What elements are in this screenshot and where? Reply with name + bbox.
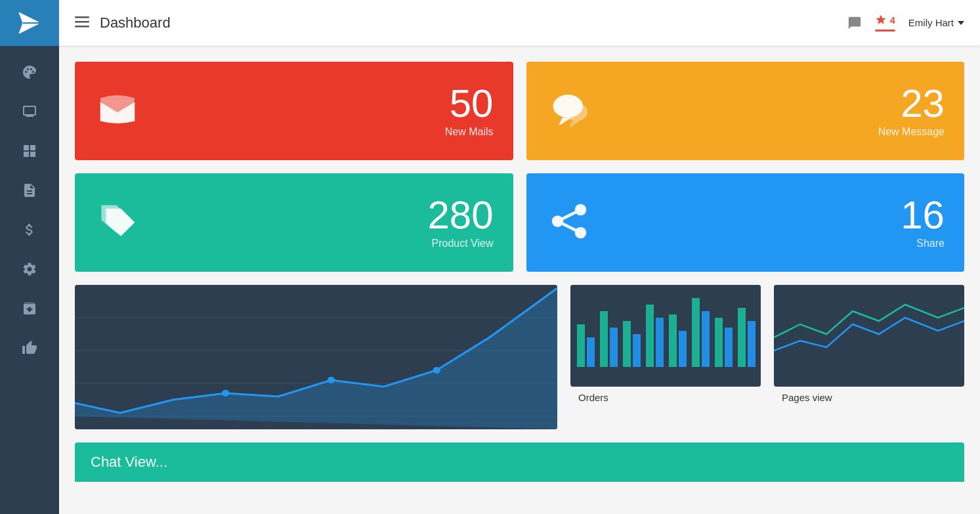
- chat-svg: [546, 87, 592, 133]
- products-count: 280: [427, 196, 493, 235]
- star-badge[interactable]: 4: [875, 14, 895, 32]
- sidebar-logo[interactable]: [0, 0, 59, 46]
- svg-point-4: [565, 103, 587, 121]
- pages-label: Pages view: [774, 387, 964, 408]
- orders-label: Orders: [570, 387, 761, 408]
- svg-rect-20: [577, 324, 585, 367]
- svg-line-10: [557, 221, 580, 233]
- svg-rect-2: [75, 26, 89, 28]
- bottom-teal-card[interactable]: Chat View...: [75, 442, 964, 482]
- paper-plane-icon: [18, 11, 41, 35]
- hamburger-icon: [75, 14, 89, 29]
- products-label: Product View: [427, 238, 493, 249]
- tag-icon: [95, 198, 140, 247]
- settings-icon: [22, 261, 37, 277]
- stat-card-share-info: 16 Share: [901, 196, 945, 249]
- page-title: Dashboard: [100, 14, 847, 32]
- inbox-svg: [95, 87, 140, 133]
- svg-rect-0: [75, 16, 89, 18]
- sidebar-item-document[interactable]: [0, 171, 59, 210]
- stat-card-messages-info: 23 New Message: [878, 84, 945, 138]
- svg-rect-32: [715, 318, 723, 367]
- header-actions: 4 Emily Hart: [847, 14, 964, 32]
- chat-button[interactable]: [847, 16, 862, 30]
- stat-card-mails-info: 50 New Mails: [445, 84, 494, 138]
- main-chart: [75, 285, 557, 429]
- mails-count: 50: [445, 84, 494, 123]
- svg-point-16: [222, 390, 229, 396]
- chevron-down-icon: [958, 20, 964, 26]
- svg-point-17: [328, 377, 335, 383]
- stat-card-messages[interactable]: 23 New Message: [526, 62, 965, 160]
- line-chart-svg: [75, 285, 557, 429]
- svg-rect-23: [610, 328, 618, 367]
- sidebar-item-archive[interactable]: [0, 289, 59, 328]
- chat-bubble-icon: [546, 87, 592, 135]
- main-area: Dashboard 4 Emily Hart: [59, 0, 980, 514]
- menu-toggle-button[interactable]: [75, 14, 89, 32]
- coins-icon: [22, 222, 37, 238]
- pages-line-svg: [774, 285, 964, 370]
- share-svg: [546, 198, 592, 244]
- content: 50 New Mails 23 New Message: [59, 46, 980, 514]
- messages-label: New Message: [878, 126, 945, 138]
- star-icon: [875, 14, 887, 26]
- share-icon: [546, 198, 592, 247]
- user-menu[interactable]: Emily Hart: [908, 17, 964, 28]
- document-icon: [22, 182, 37, 198]
- mails-label: New Mails: [445, 126, 494, 138]
- svg-rect-31: [702, 311, 710, 367]
- pages-chart-wrapper: Pages view: [774, 285, 964, 408]
- thumbsup-icon: [22, 340, 37, 356]
- pages-chart: [774, 285, 964, 387]
- orders-chart: [570, 285, 761, 387]
- palette-icon: [22, 64, 37, 80]
- inbox-icon: [95, 87, 140, 135]
- stat-card-mails[interactable]: 50 New Mails: [75, 62, 513, 160]
- sidebar-nav: [0, 46, 59, 368]
- sidebar-item-theme[interactable]: [0, 53, 59, 92]
- svg-rect-29: [679, 331, 687, 367]
- stat-card-share[interactable]: 16 Share: [526, 173, 965, 272]
- svg-rect-33: [725, 328, 733, 367]
- svg-rect-26: [646, 305, 654, 367]
- grid-icon: [22, 143, 37, 159]
- svg-rect-28: [669, 314, 677, 367]
- header: Dashboard 4 Emily Hart: [59, 0, 980, 46]
- sidebar-item-thumbsup[interactable]: [0, 328, 59, 368]
- svg-rect-25: [633, 334, 641, 367]
- user-name: Emily Hart: [908, 17, 954, 28]
- svg-rect-35: [748, 321, 756, 367]
- svg-point-5: [109, 211, 115, 217]
- monitor-icon: [22, 104, 37, 119]
- sidebar-item-settings[interactable]: [0, 249, 59, 289]
- star-underline: [875, 30, 895, 32]
- svg-line-9: [557, 210, 580, 222]
- stat-cards-row: 50 New Mails 23 New Message: [75, 62, 964, 272]
- sidebar: [0, 0, 59, 514]
- star-count: 4: [889, 14, 895, 26]
- chat-icon: [847, 16, 862, 30]
- sidebar-item-monitor[interactable]: [0, 92, 59, 131]
- tag-svg: [95, 198, 140, 244]
- svg-point-18: [433, 367, 440, 374]
- share-count: 16: [901, 196, 945, 235]
- orders-chart-wrapper: Orders: [570, 285, 761, 408]
- orders-bar-svg: [570, 285, 761, 370]
- svg-rect-21: [587, 337, 595, 367]
- sidebar-item-grid[interactable]: [0, 131, 59, 171]
- stat-card-products-info: 280 Product View: [427, 196, 493, 249]
- svg-rect-30: [692, 298, 700, 367]
- small-charts-column: Orders: [570, 285, 761, 429]
- svg-rect-1: [75, 21, 89, 23]
- pages-chart-column: Pages view: [774, 285, 964, 429]
- sidebar-item-coins[interactable]: [0, 210, 59, 249]
- svg-rect-22: [600, 311, 608, 367]
- svg-rect-34: [738, 308, 746, 367]
- archive-icon: [22, 301, 37, 316]
- stat-card-products[interactable]: 280 Product View: [75, 173, 513, 272]
- bottom-teal-text: Chat View...: [91, 454, 167, 471]
- svg-rect-36: [774, 285, 964, 370]
- share-label: Share: [901, 238, 945, 249]
- svg-rect-24: [623, 321, 631, 367]
